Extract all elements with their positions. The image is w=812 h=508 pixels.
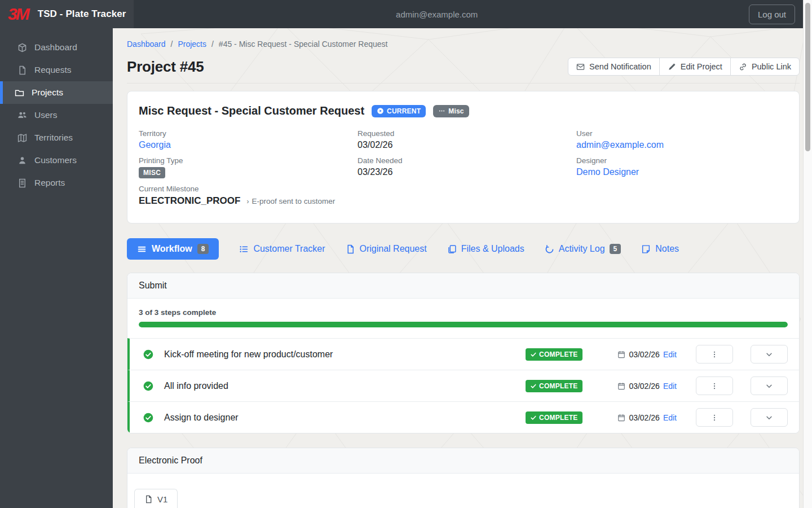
step-date: 03/02/26 [629,350,660,359]
tab-notes[interactable]: Notes [641,244,679,254]
breadcrumb-projects[interactable]: Projects [178,40,206,49]
main-content: Dashboard / Projects / #45 - Misc Reques… [113,0,812,508]
edit-project-button[interactable]: Edit Project [659,58,731,76]
progress-area: 3 of 3 steps complete [127,299,799,338]
step-kebab-menu-button[interactable] [696,408,733,427]
scrollbar-thumb[interactable] [805,3,810,151]
territory-link[interactable]: Georgia [139,140,171,150]
kebab-icon [710,382,718,390]
territory-label: Territory [139,129,358,138]
person-icon [17,155,27,165]
workflow-step-row: All info provided COMPLETE 03/02/26 Edit [127,370,799,401]
kebab-icon [710,351,718,358]
check-circle-icon [143,381,153,391]
sidebar-item-territories[interactable]: Territories [0,126,113,149]
logout-button[interactable]: Log out [749,5,795,24]
requested-value: 03/02/26 [358,140,576,150]
sidebar-item-requests[interactable]: Requests [0,59,113,81]
workflow-step-row: Kick-off meeting for new product/custome… [127,338,799,370]
complete-status-label: COMPLETE [539,351,577,358]
step-title: Assign to designer [164,413,526,423]
sidebar-item-users[interactable]: Users [0,104,113,126]
calendar-icon [617,382,625,390]
tab-version-v1[interactable]: V1 [134,489,178,508]
step-date: 03/02/26 [629,413,660,422]
sidebar-item-customers[interactable]: Customers [0,149,113,172]
step-date: 03/02/26 [629,382,660,391]
calendar-icon [617,414,625,422]
designer-link[interactable]: Demo Designer [576,167,639,177]
step-date-group: 03/02/26 Edit [617,382,677,391]
sidebar-item-label: Territories [34,133,73,143]
tab-customer-tracker[interactable]: Customer Tracker [239,244,325,254]
chevron-down-icon [765,382,773,390]
printing-type-label: Printing Type [139,156,358,165]
send-notification-button[interactable]: Send Notification [568,58,660,76]
proof-version-tabs: V1 [134,489,792,508]
step-edit-link[interactable]: Edit [663,413,677,422]
sidebar-item-dashboard[interactable]: Dashboard [0,36,113,59]
public-link-button[interactable]: Public Link [730,58,800,76]
step-kebab-menu-button[interactable] [696,376,733,395]
complete-status-label: COMPLETE [539,382,577,390]
step-expand-button[interactable] [751,408,788,427]
tab-original-request[interactable]: Original Request [346,244,427,254]
user-label: User [576,129,788,138]
step-date-group: 03/02/26 Edit [617,413,677,422]
step-kebab-menu-button[interactable] [696,345,733,364]
user-link[interactable]: admin@example.com [576,140,664,150]
date-needed-label: Date Needed [358,156,576,165]
folder-icon [14,87,24,98]
breadcrumb-separator: / [211,40,214,49]
chevron-right-icon: › [246,198,249,205]
progress-bar-fill [139,322,788,327]
date-needed-value: 03/23/26 [358,167,576,177]
title-divider [127,83,800,84]
sidebar-item-reports[interactable]: Reports [0,172,113,194]
sidebar-item-label: Customers [34,155,77,165]
current-status-label: CURRENT [387,107,421,115]
step-edit-link[interactable]: Edit [663,382,677,391]
complete-status-badge: COMPLETE [526,380,582,392]
app-title: TSD - Plate Tracker [38,8,126,20]
link-icon [739,63,747,71]
step-date-group: 03/02/26 Edit [617,350,677,359]
public-link-label: Public Link [752,62,791,71]
misc-type-label: Misc [448,107,464,115]
step-expand-button[interactable] [751,376,788,395]
hamburger-icon [137,244,147,254]
tab-workflow[interactable]: Workflow 8 [127,238,219,260]
tab-files-uploads[interactable]: Files & Uploads [447,244,524,254]
sidebar-item-label: Dashboard [34,42,77,52]
kebab-icon [710,414,718,422]
tab-files-uploads-label: Files & Uploads [461,244,524,254]
pencil-icon [668,63,676,71]
proof-body: V1 [127,474,799,508]
breadcrumb-dashboard[interactable]: Dashboard [127,40,166,49]
page-title: Project #45 [127,58,204,76]
history-icon [545,244,554,254]
sidebar-item-projects[interactable]: Projects [0,81,113,104]
header-actions: Send Notification Edit Project Public Li… [568,58,800,76]
progress-label: 3 of 3 steps complete [139,308,788,317]
tab-customer-tracker-label: Customer Tracker [253,244,325,254]
tab-activity-log[interactable]: Activity Log 5 [545,244,621,254]
electronic-proof-header: Electronic Proof [127,448,799,474]
milestone-note: ›E-proof sent to customer [246,197,335,205]
step-expand-button[interactable] [751,345,788,364]
step-title: Kick-off meeting for new product/custome… [164,349,526,360]
note-icon [641,244,651,254]
ellipsis-icon [438,107,445,115]
step-edit-link[interactable]: Edit [663,350,677,359]
date-needed-field: Date Needed 03/23/26 [358,156,576,177]
tab-version-label: V1 [157,494,167,504]
designer-field: Designer Demo Designer [576,156,788,177]
breadcrumb: Dashboard / Projects / #45 - Misc Reques… [127,40,800,49]
sidebar-item-label: Requests [34,65,71,75]
designer-label: Designer [576,156,788,165]
workflow-count-badge: 8 [197,244,209,254]
check-icon [531,383,536,389]
list-icon [239,244,249,254]
chevron-down-icon [765,414,773,422]
current-milestone-label: Current Milestone [139,185,358,193]
